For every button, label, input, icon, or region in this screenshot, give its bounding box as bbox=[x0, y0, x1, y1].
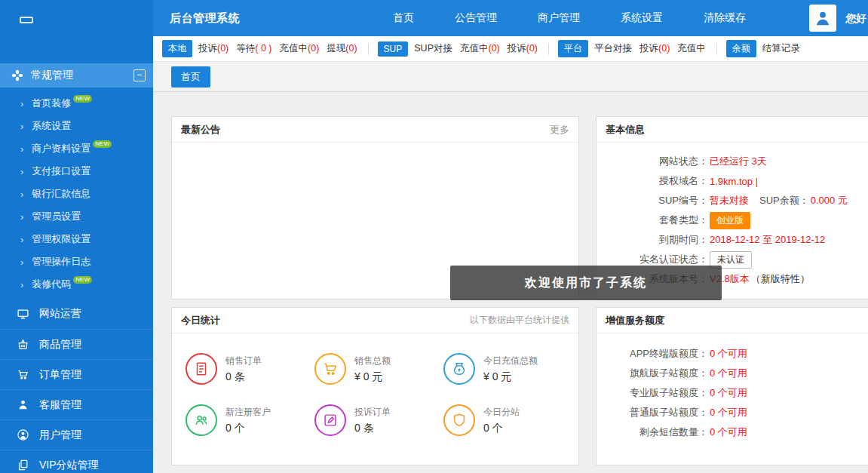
nav-home[interactable]: 首页 bbox=[393, 11, 414, 25]
badge-local: 本地 bbox=[162, 40, 192, 57]
top-nav: 首页 公告管理 商户管理 系统设置 清除缓存 bbox=[393, 0, 746, 36]
stat-sales-total: 销售总额¥ 0 元 bbox=[314, 353, 443, 385]
tab-home[interactable]: 首页 bbox=[171, 66, 210, 88]
info-label: APP终端版额度： bbox=[597, 347, 708, 361]
new-badge: NEW bbox=[73, 95, 92, 103]
today-stats-grid: 销售订单0 条 销售总额¥ 0 元 今日充值总额¥ bbox=[172, 333, 578, 444]
stat-settlement-records[interactable]: 结算记录 bbox=[762, 42, 800, 55]
row-standard-substation-quota: 普通版子站额度： 0 个可用 bbox=[597, 403, 868, 422]
sidebar-item-bank-transfer-info[interactable]: 银行汇款信息 bbox=[0, 183, 153, 205]
sidebar-item-admin-settings[interactable]: 管理员设置 bbox=[0, 205, 153, 228]
stat-sup-complaints[interactable]: 投诉(0) bbox=[508, 42, 538, 55]
collapse-icon[interactable]: − bbox=[133, 69, 146, 81]
stat-local-complaints[interactable]: 投诉(0) bbox=[198, 42, 229, 55]
new-badge: NEW bbox=[73, 276, 92, 284]
chevron-right-icon bbox=[20, 98, 23, 109]
sidebar-item-label: 系统设置 bbox=[32, 119, 71, 133]
user-circle-icon bbox=[17, 428, 29, 441]
chevron-right-icon bbox=[20, 189, 23, 200]
badge-platform: 平台 bbox=[558, 40, 588, 57]
info-label: 实名认证状态： bbox=[597, 253, 708, 266]
stat-platform-recharging[interactable]: 充值中 bbox=[677, 42, 706, 55]
sidebar-item-system-settings[interactable]: 系统设置 bbox=[0, 115, 153, 137]
sidebar-item-label: 支付接口设置 bbox=[32, 164, 90, 178]
today-stats-card: 今日统计 以下数据由平台统计提供 销售订单0 条 bbox=[171, 307, 579, 465]
stat-label: 今日充值总额 bbox=[483, 355, 538, 367]
stat-today-recharge-total: 今日充值总额¥ 0 元 bbox=[443, 353, 572, 385]
row-professional-substation-quota: 专业版子站额度： 0 个可用 bbox=[597, 383, 868, 403]
sidebar-item-label: 客服管理 bbox=[39, 398, 81, 412]
chevron-right-icon bbox=[20, 211, 23, 223]
sidebar-subnav: 首页装修 NEW 系统设置 商户资料设置 NEW 支付接口设置 银行汇款信息 bbox=[0, 88, 153, 299]
user-avatar-icon[interactable] bbox=[809, 5, 836, 32]
monitor-icon bbox=[17, 308, 29, 321]
sidebar-group-regular-management[interactable]: 常规管理 − bbox=[0, 63, 153, 88]
stat-local-withdrawals[interactable]: 提现(0) bbox=[327, 42, 357, 55]
moneybag-icon bbox=[443, 353, 475, 385]
sidebar-item-site-operation[interactable]: 网站运营 bbox=[0, 299, 153, 329]
stat-today-substations: 今日分站0 个 bbox=[443, 404, 572, 436]
nav-merchant-management[interactable]: 商户管理 bbox=[538, 11, 580, 25]
basic-info-title: 基本信息 bbox=[606, 123, 645, 137]
info-label: 到期时间： bbox=[597, 233, 708, 247]
row-site-status: 网站状态： 已经运行 3天 bbox=[597, 152, 868, 171]
welcome-toast: 欢迎使用市了子系统 bbox=[450, 266, 722, 300]
stat-sales-orders: 销售订单0 条 bbox=[186, 353, 314, 385]
sidebar-item-home-decoration[interactable]: 首页装修 NEW bbox=[0, 92, 153, 115]
sidebar-item-label: 商品管理 bbox=[39, 338, 81, 352]
more-link[interactable]: 更多 bbox=[550, 123, 569, 137]
sidebar-item-merchant-profile-settings[interactable]: 商户资料设置 NEW bbox=[0, 137, 153, 160]
badge-sup: SUP bbox=[378, 41, 409, 57]
stat-value: ¥ 0 元 bbox=[483, 370, 538, 384]
today-stats-note: 以下数据由平台统计提供 bbox=[470, 314, 569, 327]
sidebar-item-product-management[interactable]: 商品管理 bbox=[0, 329, 153, 359]
sidebar-item-customer-service[interactable]: 客服管理 bbox=[0, 389, 153, 419]
sidebar-item-vip-substation-management[interactable]: VIP分站管理 bbox=[0, 450, 153, 473]
sidebar-item-label: 商户资料设置 bbox=[32, 142, 90, 155]
sidebar-item-admin-permission-settings[interactable]: 管理权限设置 bbox=[0, 228, 153, 250]
sidebar-item-label: 银行汇款信息 bbox=[32, 187, 90, 201]
info-value: 已经运行 3天 bbox=[710, 155, 767, 168]
plan-type-button[interactable]: 创业版 bbox=[710, 212, 750, 229]
divider bbox=[368, 43, 369, 55]
sidebar-item-label: 管理权限设置 bbox=[32, 232, 90, 246]
divider bbox=[548, 43, 549, 55]
stat-sup-connect[interactable]: SUP对接 bbox=[414, 42, 452, 55]
stat-local-recharging[interactable]: 充值中(0) bbox=[280, 42, 320, 55]
nav-announcement-management[interactable]: 公告管理 bbox=[455, 11, 497, 25]
today-stats-title: 今日统计 bbox=[181, 314, 220, 327]
stats-bar: 本地 投诉(0) 等待( 0 ) 充值中(0) 提现(0) SUP SUP对接 … bbox=[153, 36, 868, 62]
nav-system-settings[interactable]: 系统设置 bbox=[621, 11, 663, 25]
stat-platform-complaints[interactable]: 投诉(0) bbox=[639, 42, 670, 55]
sidebar-item-user-management[interactable]: 用户管理 bbox=[0, 419, 153, 450]
row-authorized-domain: 授权域名： 1.9km.top | bbox=[597, 171, 868, 191]
app-root: 常规管理 − 首页装修 NEW 系统设置 商户资料设置 NEW 支付接口设置 bbox=[0, 0, 868, 473]
row-app-quota: APP终端版额度： 0 个可用 bbox=[597, 344, 868, 364]
stat-value: 0 个 bbox=[225, 422, 271, 435]
sidebar-item-admin-operation-logs[interactable]: 管理操作日志 bbox=[0, 250, 153, 273]
nav-clear-cache[interactable]: 清除缓存 bbox=[704, 11, 746, 25]
cart-icon bbox=[314, 353, 346, 385]
tab-bar: 首页 bbox=[153, 62, 868, 92]
info-label: 网站状态： bbox=[597, 155, 708, 168]
sidebar-item-label: 订单管理 bbox=[39, 368, 81, 382]
stat-new-customers: 新注册客户0 个 bbox=[186, 404, 314, 436]
stat-local-waiting[interactable]: 等待( 0 ) bbox=[236, 42, 271, 55]
edit-icon bbox=[314, 404, 346, 436]
sidebar-item-decoration-code[interactable]: 装修代码 NEW bbox=[0, 273, 153, 296]
sidebar-item-label: 首页装修 bbox=[32, 97, 71, 110]
sidebar-item-label: 管理员设置 bbox=[32, 210, 81, 223]
stat-sup-recharging[interactable]: 充值中(0) bbox=[460, 42, 500, 55]
basic-info-header: 基本信息 bbox=[597, 117, 868, 143]
sidebar-item-order-management[interactable]: 订单管理 bbox=[0, 359, 153, 389]
quota-header: 增值服务额度 bbox=[597, 308, 868, 333]
stat-platform-connect[interactable]: 平台对接 bbox=[594, 42, 632, 55]
divider bbox=[716, 43, 717, 55]
sidebar-item-payment-api-settings[interactable]: 支付接口设置 bbox=[0, 160, 153, 183]
announcement-title: 最新公告 bbox=[181, 123, 220, 137]
users-icon bbox=[186, 404, 217, 436]
info-label: 旗航版子站额度： bbox=[597, 367, 708, 380]
sidebar-logo bbox=[0, 0, 153, 53]
sidebar: 常规管理 − 首页装修 NEW 系统设置 商户资料设置 NEW 支付接口设置 bbox=[0, 0, 153, 473]
info-value: 2018-12-12 至 2019-12-12 bbox=[710, 233, 825, 247]
